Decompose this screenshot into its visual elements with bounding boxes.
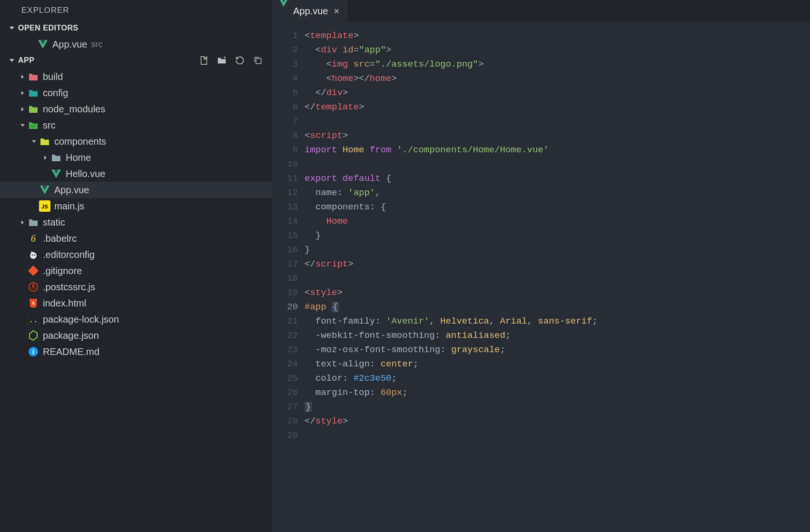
tree-file[interactable]: App.vuesrc bbox=[0, 36, 272, 52]
code-line[interactable]: -moz-osx-font-smoothing: grayscale; bbox=[305, 343, 598, 357]
code-line[interactable]: name: 'app', bbox=[305, 186, 598, 200]
code-line[interactable] bbox=[305, 428, 598, 443]
tree-folder[interactable]: components bbox=[0, 133, 272, 149]
open-editors-header[interactable]: OPEN EDITORS bbox=[0, 20, 272, 36]
line-number: 18 bbox=[272, 271, 298, 286]
code-line[interactable] bbox=[305, 157, 598, 171]
code-line[interactable]: text-align: center; bbox=[305, 357, 598, 371]
code-line[interactable]: </template> bbox=[305, 100, 598, 114]
project-label: APP bbox=[18, 56, 198, 65]
svg-text:JS: JS bbox=[41, 204, 48, 209]
line-number: 6 bbox=[272, 100, 298, 114]
code-line[interactable]: <div id="app"> bbox=[305, 43, 598, 57]
code-line[interactable]: } bbox=[305, 243, 598, 257]
line-number: 5 bbox=[272, 86, 298, 100]
code-line[interactable]: import Home from './components/Home/Home… bbox=[305, 143, 598, 157]
js-icon: JS bbox=[39, 200, 50, 212]
project-header[interactable]: APP bbox=[0, 52, 272, 69]
git-icon bbox=[28, 265, 39, 276]
code-line[interactable]: } bbox=[305, 228, 598, 243]
code-line[interactable]: } bbox=[305, 400, 598, 414]
tree-folder[interactable]: static bbox=[0, 214, 272, 230]
vue-icon bbox=[50, 168, 62, 179]
tree-file[interactable]: .editorconfig bbox=[0, 246, 272, 263]
code-line[interactable]: <img src="./assets/logo.png"> bbox=[305, 57, 598, 71]
code-line[interactable]: <style> bbox=[305, 286, 598, 300]
line-number: 29 bbox=[272, 428, 298, 443]
chevron-down-icon bbox=[9, 26, 15, 30]
tree-file[interactable]: 5index.html bbox=[0, 295, 272, 311]
code-editor[interactable]: 1234567891011121314151617181920212223242… bbox=[272, 22, 810, 532]
collapse-all-icon[interactable] bbox=[252, 55, 264, 66]
code-content[interactable]: <template> <div id="app"> <img src="./as… bbox=[305, 22, 598, 532]
svg-text:</>: </> bbox=[30, 124, 36, 128]
code-line[interactable]: <home></home> bbox=[305, 71, 598, 86]
tree-file[interactable]: Hello.vue bbox=[0, 166, 272, 182]
svg-text:{..}: {..} bbox=[28, 315, 39, 324]
code-line[interactable]: font-family: 'Avenir', Helvetica, Arial,… bbox=[305, 314, 598, 328]
code-line[interactable] bbox=[305, 271, 598, 286]
tree-item-label: config bbox=[43, 88, 68, 99]
code-line[interactable] bbox=[305, 114, 598, 128]
tree-item-label: package.json bbox=[43, 330, 99, 341]
svg-text:6: 6 bbox=[31, 233, 36, 244]
code-line[interactable]: components: { bbox=[305, 200, 598, 214]
node-icon bbox=[28, 330, 39, 341]
tree-folder[interactable]: config bbox=[0, 85, 272, 101]
file-tree: buildconfignode_modules</>srccomponentsH… bbox=[0, 69, 272, 360]
chevron-right-icon bbox=[19, 91, 26, 95]
editorconfig-icon bbox=[28, 249, 39, 260]
tree-folder[interactable]: build bbox=[0, 69, 272, 85]
tree-file[interactable]: JSmain.js bbox=[0, 198, 272, 214]
tree-item-label: Home bbox=[66, 152, 91, 163]
tree-item-label: .gitignore bbox=[43, 266, 82, 276]
svg-point-6 bbox=[32, 255, 33, 256]
code-line[interactable]: <script> bbox=[305, 128, 598, 143]
code-line[interactable]: </div> bbox=[305, 86, 598, 100]
code-line[interactable]: <template> bbox=[305, 29, 598, 43]
chevron-right-icon bbox=[42, 156, 49, 160]
code-line[interactable]: </style> bbox=[305, 414, 598, 428]
tree-folder[interactable]: node_modules bbox=[0, 101, 272, 117]
line-number: 23 bbox=[272, 343, 298, 357]
tree-folder[interactable]: Home bbox=[0, 149, 272, 166]
line-number: 20 bbox=[272, 300, 298, 314]
tree-item-label: package-lock.json bbox=[43, 314, 119, 325]
code-line[interactable]: margin-top: 60px; bbox=[305, 385, 598, 400]
tree-file[interactable]: {..}package-lock.json bbox=[0, 311, 272, 327]
tree-item-label: .babelrc bbox=[43, 233, 77, 244]
new-file-icon[interactable] bbox=[198, 55, 209, 66]
folder-icon bbox=[28, 217, 39, 228]
code-line[interactable]: export default { bbox=[305, 171, 598, 186]
line-number: 8 bbox=[272, 128, 298, 143]
new-folder-icon[interactable] bbox=[216, 55, 227, 66]
chevron-down-icon bbox=[9, 58, 15, 63]
code-line[interactable]: #app { bbox=[305, 300, 598, 314]
tree-file[interactable]: App.vue bbox=[0, 182, 272, 198]
code-line[interactable]: </script> bbox=[305, 257, 598, 271]
line-number: 11 bbox=[272, 171, 298, 186]
line-number: 2 bbox=[272, 43, 298, 57]
tree-file[interactable]: .postcssrc.js bbox=[0, 279, 272, 295]
svg-point-5 bbox=[30, 252, 37, 259]
tree-item-label: static bbox=[43, 217, 65, 228]
line-number: 10 bbox=[272, 157, 298, 171]
code-line[interactable]: -webkit-font-smoothing: antialiased; bbox=[305, 328, 598, 343]
editor-tab[interactable]: App.vue× bbox=[272, 0, 348, 22]
code-line[interactable]: color: #2c3e50; bbox=[305, 371, 598, 385]
tree-item-meta: src bbox=[91, 39, 102, 49]
tree-file[interactable]: .gitignore bbox=[0, 263, 272, 279]
close-icon[interactable]: × bbox=[333, 6, 340, 17]
chevron-down-icon bbox=[30, 139, 37, 144]
tree-file[interactable]: package.json bbox=[0, 327, 272, 344]
tree-folder[interactable]: </>src bbox=[0, 117, 272, 133]
tree-file[interactable]: iREADME.md bbox=[0, 344, 272, 360]
code-line[interactable]: Home bbox=[305, 214, 598, 228]
tree-item-label: build bbox=[43, 71, 63, 82]
line-number: 13 bbox=[272, 200, 298, 214]
tree-item-label: src bbox=[43, 120, 56, 131]
refresh-icon[interactable] bbox=[234, 55, 246, 66]
svg-point-7 bbox=[34, 255, 36, 256]
chevron-right-icon bbox=[19, 107, 26, 111]
tree-file[interactable]: 6.babelrc bbox=[0, 230, 272, 246]
